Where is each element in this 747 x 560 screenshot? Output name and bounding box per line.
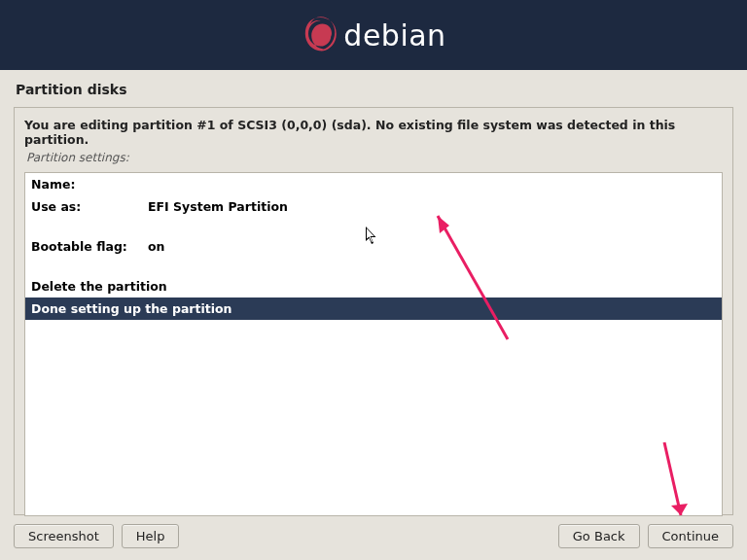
partition-settings-list: Name: Use as: EFI System Partition Boota… <box>24 172 723 516</box>
installer-header: debian <box>0 0 747 70</box>
page-title: Partition disks <box>16 82 733 97</box>
action-done-partition[interactable]: Done setting up the partition <box>25 298 722 320</box>
list-spacer <box>25 218 722 235</box>
setting-row-useas[interactable]: Use as: EFI System Partition <box>25 195 722 218</box>
help-button[interactable]: Help <box>122 524 180 548</box>
subheading-text: Partition settings: <box>24 151 723 164</box>
button-bar-spacer <box>187 524 550 548</box>
screenshot-button[interactable]: Screenshot <box>14 524 114 548</box>
setting-label: Name: <box>31 177 148 192</box>
main-panel: You are editing partition #1 of SCSI3 (0… <box>14 107 733 515</box>
action-delete-partition[interactable]: Delete the partition <box>25 275 722 298</box>
action-label: Delete the partition <box>31 279 167 294</box>
setting-row-name[interactable]: Name: <box>25 173 722 195</box>
debian-swirl-icon <box>301 14 339 56</box>
instruction-text: You are editing partition #1 of SCSI3 (0… <box>24 118 723 147</box>
action-label: Done setting up the partition <box>31 301 232 316</box>
list-spacer <box>25 258 722 275</box>
continue-button[interactable]: Continue <box>648 524 733 548</box>
setting-label: Use as: <box>31 199 148 214</box>
setting-value: on <box>148 239 165 254</box>
page-body: Partition disks You are editing partitio… <box>0 70 747 515</box>
go-back-button[interactable]: Go Back <box>558 524 640 548</box>
button-bar: Screenshot Help Go Back Continue <box>14 524 733 548</box>
setting-value: EFI System Partition <box>148 199 288 214</box>
brand-text: debian <box>343 18 445 52</box>
debian-logo: debian <box>301 14 445 56</box>
setting-row-bootable[interactable]: Bootable flag: on <box>25 235 722 258</box>
setting-label: Bootable flag: <box>31 239 148 254</box>
